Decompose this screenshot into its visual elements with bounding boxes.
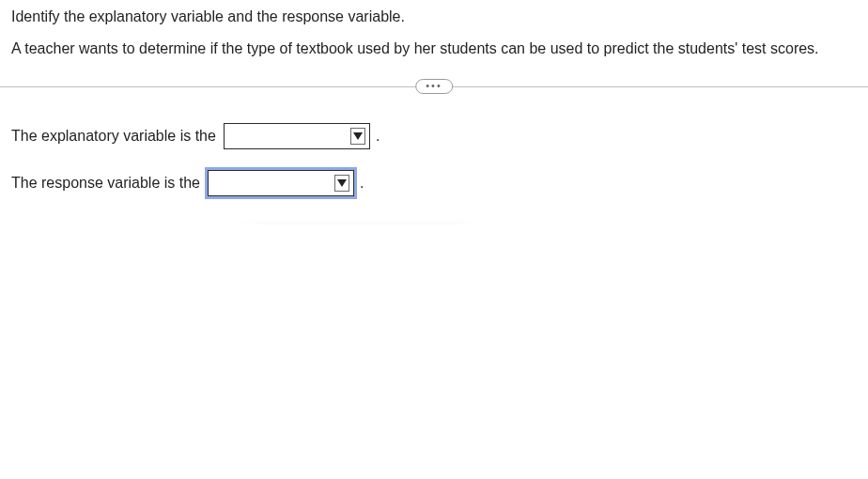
expand-pill[interactable]: ••• <box>415 79 453 94</box>
dots-icon: ••• <box>426 80 442 91</box>
svg-marker-1 <box>337 179 347 187</box>
response-row: The response variable is the . <box>11 170 857 196</box>
dropdown-arrow-box <box>334 175 349 192</box>
explanatory-row: The explanatory variable is the . <box>11 123 857 149</box>
explanatory-period: . <box>376 128 380 145</box>
svg-marker-0 <box>353 132 363 140</box>
explanatory-label: The explanatory variable is the <box>11 128 216 145</box>
dropdown-arrow-box <box>350 128 365 145</box>
response-dropdown[interactable] <box>208 170 354 196</box>
explanatory-dropdown[interactable] <box>224 123 370 149</box>
question-stem: A teacher wants to determine if the type… <box>11 39 838 59</box>
response-period: . <box>360 175 364 192</box>
question-block: Identify the explanatory variable and th… <box>11 8 857 196</box>
instruction-text: Identify the explanatory variable and th… <box>11 8 857 27</box>
section-divider: ••• <box>0 76 868 97</box>
chevron-down-icon <box>337 179 347 187</box>
response-label: The response variable is the <box>11 175 200 192</box>
chevron-down-icon <box>353 132 363 140</box>
